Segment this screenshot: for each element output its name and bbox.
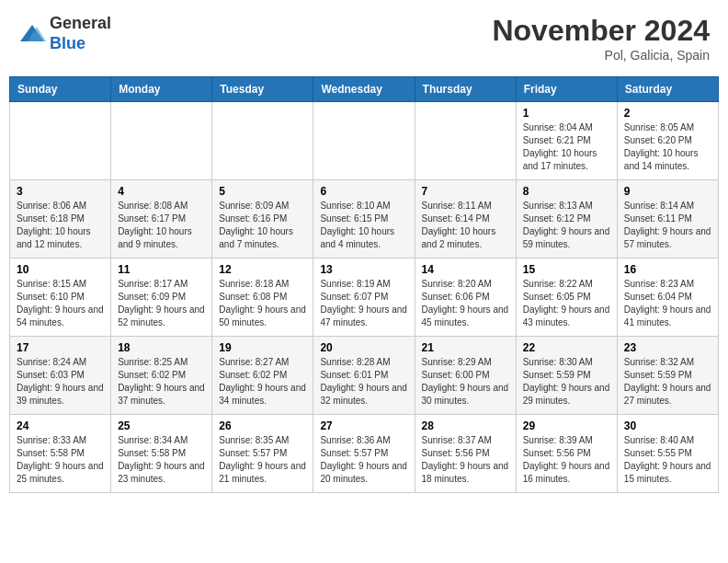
weekday-header-row: SundayMondayTuesdayWednesdayThursdayFrid…: [10, 77, 719, 102]
day-info: Sunrise: 8:18 AM Sunset: 6:08 PM Dayligh…: [219, 278, 306, 329]
calendar-cell: 10Sunrise: 8:15 AM Sunset: 6:10 PM Dayli…: [10, 259, 111, 337]
day-number: 8: [523, 185, 610, 198]
calendar-cell: 18Sunrise: 8:25 AM Sunset: 6:02 PM Dayli…: [111, 337, 212, 415]
weekday-header-friday: Friday: [516, 77, 617, 102]
day-number: 22: [523, 341, 610, 354]
day-number: 4: [118, 185, 205, 198]
day-info: Sunrise: 8:19 AM Sunset: 6:07 PM Dayligh…: [320, 278, 407, 329]
calendar-cell: 9Sunrise: 8:14 AM Sunset: 6:11 PM Daylig…: [617, 180, 718, 259]
weekday-header-tuesday: Tuesday: [212, 77, 313, 102]
page-header: General Blue November 2024 Pol, Galicia,…: [9, 9, 719, 67]
week-row-3: 10Sunrise: 8:15 AM Sunset: 6:10 PM Dayli…: [10, 259, 719, 337]
weekday-header-sunday: Sunday: [10, 77, 111, 102]
calendar-cell: [10, 102, 111, 180]
day-info: Sunrise: 8:27 AM Sunset: 6:02 PM Dayligh…: [219, 356, 306, 408]
day-info: Sunrise: 8:39 AM Sunset: 5:56 PM Dayligh…: [523, 434, 610, 486]
day-info: Sunrise: 8:14 AM Sunset: 6:11 PM Dayligh…: [624, 200, 711, 251]
month-title: November 2024: [492, 14, 710, 48]
calendar-cell: 7Sunrise: 8:11 AM Sunset: 6:14 PM Daylig…: [415, 180, 516, 259]
day-number: 21: [422, 341, 509, 354]
day-number: 26: [219, 419, 306, 432]
calendar-cell: 13Sunrise: 8:19 AM Sunset: 6:07 PM Dayli…: [313, 259, 415, 337]
day-info: Sunrise: 8:34 AM Sunset: 5:58 PM Dayligh…: [118, 434, 205, 486]
day-info: Sunrise: 8:37 AM Sunset: 5:56 PM Dayligh…: [422, 434, 509, 486]
week-row-5: 24Sunrise: 8:33 AM Sunset: 5:58 PM Dayli…: [10, 415, 719, 493]
day-info: Sunrise: 8:32 AM Sunset: 5:59 PM Dayligh…: [624, 356, 711, 408]
day-number: 27: [320, 419, 407, 432]
calendar-cell: 29Sunrise: 8:39 AM Sunset: 5:56 PM Dayli…: [516, 415, 617, 493]
weekday-header-saturday: Saturday: [617, 77, 718, 102]
day-info: Sunrise: 8:25 AM Sunset: 6:02 PM Dayligh…: [118, 356, 205, 408]
weekday-header-wednesday: Wednesday: [313, 77, 415, 102]
day-info: Sunrise: 8:30 AM Sunset: 5:59 PM Dayligh…: [523, 356, 610, 408]
calendar-cell: 11Sunrise: 8:17 AM Sunset: 6:09 PM Dayli…: [111, 259, 212, 337]
calendar-cell: 5Sunrise: 8:09 AM Sunset: 6:16 PM Daylig…: [212, 180, 313, 259]
day-number: 10: [17, 263, 104, 276]
weekday-header-monday: Monday: [111, 77, 212, 102]
calendar-cell: 25Sunrise: 8:34 AM Sunset: 5:58 PM Dayli…: [111, 415, 212, 493]
day-number: 20: [320, 341, 407, 354]
day-number: 25: [118, 419, 205, 432]
day-number: 14: [422, 263, 509, 276]
day-number: 17: [17, 341, 104, 354]
day-info: Sunrise: 8:04 AM Sunset: 6:21 PM Dayligh…: [523, 121, 610, 173]
day-number: 7: [422, 185, 509, 198]
calendar-cell: 19Sunrise: 8:27 AM Sunset: 6:02 PM Dayli…: [212, 337, 313, 415]
day-info: Sunrise: 8:35 AM Sunset: 5:57 PM Dayligh…: [219, 434, 306, 486]
week-row-4: 17Sunrise: 8:24 AM Sunset: 6:03 PM Dayli…: [10, 337, 719, 415]
day-number: 1: [523, 107, 610, 120]
day-info: Sunrise: 8:20 AM Sunset: 6:06 PM Dayligh…: [422, 278, 509, 329]
day-number: 28: [422, 419, 509, 432]
day-info: Sunrise: 8:23 AM Sunset: 6:04 PM Dayligh…: [624, 278, 711, 329]
day-info: Sunrise: 8:05 AM Sunset: 6:20 PM Dayligh…: [624, 121, 711, 173]
calendar-cell: [212, 102, 313, 180]
day-number: 3: [17, 185, 104, 198]
calendar-cell: 30Sunrise: 8:40 AM Sunset: 5:55 PM Dayli…: [617, 415, 718, 493]
day-info: Sunrise: 8:09 AM Sunset: 6:16 PM Dayligh…: [219, 200, 306, 251]
day-info: Sunrise: 8:08 AM Sunset: 6:17 PM Dayligh…: [118, 200, 205, 251]
calendar-cell: 17Sunrise: 8:24 AM Sunset: 6:03 PM Dayli…: [10, 337, 111, 415]
day-info: Sunrise: 8:29 AM Sunset: 6:00 PM Dayligh…: [422, 356, 509, 408]
weekday-header-thursday: Thursday: [415, 77, 516, 102]
calendar-cell: 1Sunrise: 8:04 AM Sunset: 6:21 PM Daylig…: [516, 102, 617, 180]
day-info: Sunrise: 8:06 AM Sunset: 6:18 PM Dayligh…: [17, 200, 104, 251]
day-info: Sunrise: 8:36 AM Sunset: 5:57 PM Dayligh…: [320, 434, 407, 486]
calendar-cell: [111, 102, 212, 180]
day-info: Sunrise: 8:24 AM Sunset: 6:03 PM Dayligh…: [17, 356, 104, 408]
calendar-cell: 26Sunrise: 8:35 AM Sunset: 5:57 PM Dayli…: [212, 415, 313, 493]
day-number: 13: [320, 263, 407, 276]
day-number: 18: [118, 341, 205, 354]
calendar-cell: 16Sunrise: 8:23 AM Sunset: 6:04 PM Dayli…: [617, 259, 718, 337]
calendar-cell: [415, 102, 516, 180]
day-number: 6: [320, 185, 407, 198]
week-row-1: 1Sunrise: 8:04 AM Sunset: 6:21 PM Daylig…: [10, 102, 719, 180]
day-number: 15: [523, 263, 610, 276]
calendar-cell: 12Sunrise: 8:18 AM Sunset: 6:08 PM Dayli…: [212, 259, 313, 337]
location: Pol, Galicia, Spain: [492, 48, 710, 63]
day-info: Sunrise: 8:40 AM Sunset: 5:55 PM Dayligh…: [624, 434, 711, 486]
day-number: 5: [219, 185, 306, 198]
day-info: Sunrise: 8:15 AM Sunset: 6:10 PM Dayligh…: [17, 278, 104, 329]
day-info: Sunrise: 8:22 AM Sunset: 6:05 PM Dayligh…: [523, 278, 610, 329]
calendar-cell: 21Sunrise: 8:29 AM Sunset: 6:00 PM Dayli…: [415, 337, 516, 415]
day-number: 16: [624, 263, 711, 276]
calendar-cell: [313, 102, 415, 180]
calendar-cell: 28Sunrise: 8:37 AM Sunset: 5:56 PM Dayli…: [415, 415, 516, 493]
logo: General Blue: [18, 14, 111, 53]
logo-text: General Blue: [50, 14, 111, 53]
calendar-cell: 2Sunrise: 8:05 AM Sunset: 6:20 PM Daylig…: [617, 102, 718, 180]
day-number: 2: [624, 107, 711, 120]
calendar-cell: 22Sunrise: 8:30 AM Sunset: 5:59 PM Dayli…: [516, 337, 617, 415]
calendar-cell: 6Sunrise: 8:10 AM Sunset: 6:15 PM Daylig…: [313, 180, 415, 259]
day-info: Sunrise: 8:11 AM Sunset: 6:14 PM Dayligh…: [422, 200, 509, 251]
title-section: November 2024 Pol, Galicia, Spain: [492, 14, 710, 63]
day-info: Sunrise: 8:17 AM Sunset: 6:09 PM Dayligh…: [118, 278, 205, 329]
day-number: 19: [219, 341, 306, 354]
day-number: 9: [624, 185, 711, 198]
calendar-cell: 24Sunrise: 8:33 AM Sunset: 5:58 PM Dayli…: [10, 415, 111, 493]
day-info: Sunrise: 8:28 AM Sunset: 6:01 PM Dayligh…: [320, 356, 407, 408]
calendar-cell: 23Sunrise: 8:32 AM Sunset: 5:59 PM Dayli…: [617, 337, 718, 415]
day-number: 24: [17, 419, 104, 432]
day-number: 23: [624, 341, 711, 354]
day-info: Sunrise: 8:10 AM Sunset: 6:15 PM Dayligh…: [320, 200, 407, 251]
